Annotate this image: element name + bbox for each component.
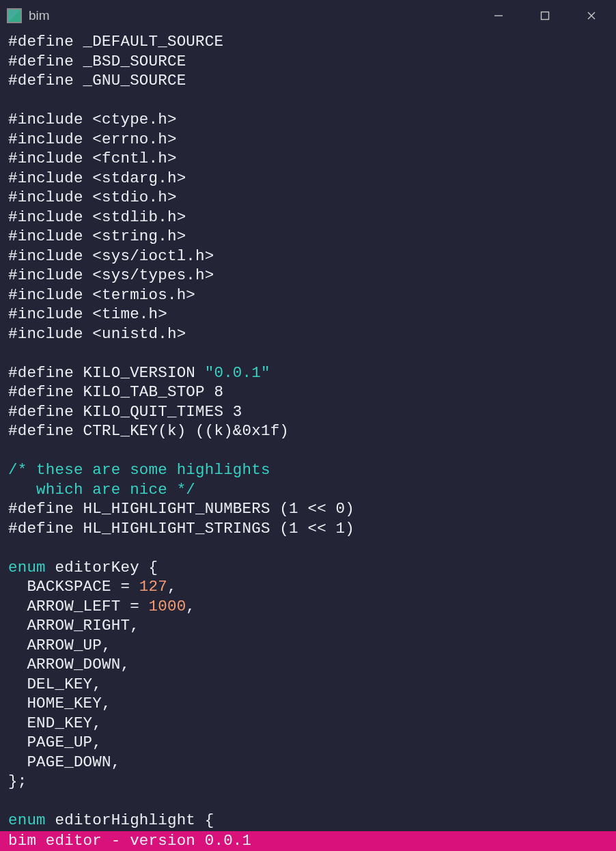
editor-viewport[interactable]: #define _DEFAULT_SOURCE#define _BSD_SOUR… (0, 31, 616, 831)
code-line: #include <termios.h> (8, 285, 608, 305)
code-token: # (8, 33, 18, 51)
window-title: bim (29, 8, 486, 23)
code-token: include <time.h> (18, 305, 167, 323)
code-line: }; (8, 772, 608, 792)
code-token: include <stdio.h> (18, 189, 177, 206)
code-line: #define KILO_QUIT_TIMES 3 (8, 402, 608, 422)
code-token: define _DEFAULT_SOURCE (18, 33, 223, 51)
code-token: # (8, 130, 18, 148)
code-token: # (8, 266, 18, 284)
code-token: PAGE_DOWN, (8, 753, 120, 771)
code-token: # (8, 403, 18, 421)
code-line: #include <fcntl.h> (8, 149, 608, 169)
code-line: BACKSPACE = 127, (8, 577, 608, 597)
code-token: 127 (139, 578, 167, 596)
code-token: include <stdarg.h> (18, 169, 186, 187)
code-line: ARROW_DOWN, (8, 655, 608, 675)
code-token: # (8, 286, 18, 304)
code-line: #include <stdio.h> (8, 188, 608, 208)
code-token: 1000 (149, 598, 186, 615)
code-token: ARROW_UP, (8, 637, 111, 654)
code-line (8, 538, 608, 558)
code-token: include <termios.h> (18, 286, 195, 304)
code-token: enum (8, 811, 46, 829)
code-token: DEL_KEY, (8, 675, 102, 693)
status-bar: bim editor - version 0.0.1 (0, 831, 616, 851)
status-text: bim editor - version 0.0.1 (8, 832, 251, 850)
code-token: BACKSPACE = (8, 578, 139, 596)
code-line: PAGE_DOWN, (8, 753, 608, 772)
code-token: # (8, 325, 18, 343)
code-line: enum editorHighlight { (8, 811, 608, 831)
titlebar-controls (486, 5, 604, 26)
code-token: define _BSD_SOURCE (18, 53, 186, 70)
code-token: include <string.h> (18, 227, 186, 245)
code-token: # (8, 169, 18, 187)
code-line: /* these are some highlights (8, 460, 608, 480)
code-token: # (8, 189, 18, 206)
code-token: # (8, 520, 18, 538)
code-line (8, 792, 608, 811)
code-line (8, 91, 608, 111)
code-line: #include <string.h> (8, 227, 608, 247)
code-token: # (8, 305, 18, 323)
code-token: , (186, 598, 195, 615)
code-token: define HL_HIGHLIGHT_NUMBERS (1 << 0) (18, 500, 354, 518)
code-line: #define KILO_TAB_STOP 8 (8, 382, 608, 402)
code-token: include <errno.h> (18, 130, 177, 148)
code-token: enum (8, 559, 46, 576)
code-token: # (8, 53, 18, 70)
code-token: define HL_HIGHLIGHT_STRINGS (1 << 1) (18, 520, 354, 538)
code-token: ARROW_RIGHT, (8, 617, 139, 634)
code-token: define CTRL_KEY(k) ((k)&0x1f) (18, 422, 289, 440)
code-line: #define HL_HIGHLIGHT_NUMBERS (1 << 0) (8, 499, 608, 519)
code-token: include <unistd.h> (18, 325, 186, 343)
code-token: # (8, 208, 18, 226)
code-line: ARROW_UP, (8, 636, 608, 656)
code-line: #include <time.h> (8, 305, 608, 324)
code-token: }; (8, 772, 27, 790)
code-token: include <sys/types.h> (18, 266, 214, 284)
code-line: #define CTRL_KEY(k) ((k)&0x1f) (8, 421, 608, 441)
code-line: #include <unistd.h> (8, 324, 608, 344)
code-token: # (8, 422, 18, 440)
code-line: #define _GNU_SOURCE (8, 71, 608, 91)
code-token: # (8, 383, 18, 401)
app-icon (7, 8, 22, 23)
code-token: include <ctype.h> (18, 111, 177, 128)
code-token: which are nice */ (8, 481, 195, 499)
code-line: #include <sys/ioctl.h> (8, 247, 608, 266)
code-token: # (8, 500, 18, 518)
code-line: #define _BSD_SOURCE (8, 52, 608, 72)
code-token: # (8, 72, 18, 89)
code-token: editorHighlight { (46, 811, 214, 829)
code-token: include <stdlib.h> (18, 208, 186, 226)
code-line: #include <stdlib.h> (8, 208, 608, 227)
maximize-icon (540, 11, 550, 20)
code-line (8, 344, 608, 363)
code-token: include <sys/ioctl.h> (18, 247, 214, 265)
code-line: HOME_KEY, (8, 694, 608, 714)
code-line: END_KEY, (8, 714, 608, 734)
code-token: include <fcntl.h> (18, 150, 177, 167)
code-line: PAGE_UP, (8, 733, 608, 753)
code-line: which are nice */ (8, 480, 608, 500)
code-token: # (8, 247, 18, 265)
code-token: define KILO_TAB_STOP 8 (18, 383, 223, 401)
code-line: #define _DEFAULT_SOURCE (8, 32, 608, 52)
code-line: enum editorKey { (8, 558, 608, 578)
maximize-button[interactable] (533, 5, 557, 26)
code-token: /* these are some highlights (8, 461, 270, 479)
code-token: PAGE_UP, (8, 734, 102, 751)
minimize-button[interactable] (486, 5, 511, 26)
code-line: DEL_KEY, (8, 675, 608, 695)
code-line: ARROW_RIGHT, (8, 616, 608, 636)
close-button[interactable] (579, 5, 604, 26)
code-token: define KILO_QUIT_TIMES 3 (18, 403, 242, 421)
code-token: ARROW_DOWN, (8, 656, 130, 673)
code-token: ARROW_LEFT = (8, 598, 149, 615)
code-token: END_KEY, (8, 714, 102, 732)
code-token: define KILO_VERSION (18, 364, 205, 382)
code-line: #include <ctype.h> (8, 110, 608, 130)
code-line: #define KILO_VERSION "0.0.1" (8, 363, 608, 383)
